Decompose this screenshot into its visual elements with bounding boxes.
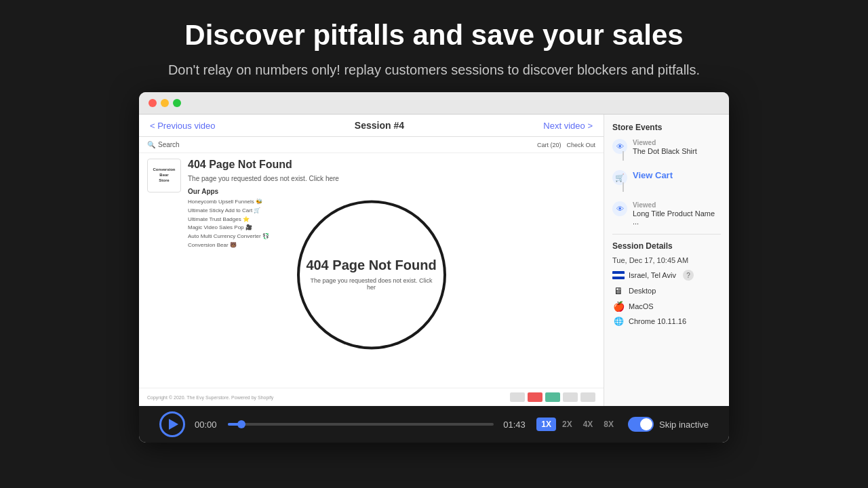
event-viewed-shirt: 👁 Viewed The Dot Black Shirt (612, 139, 721, 162)
browser-main: < Previous video Session #4 Next video >… (139, 115, 729, 406)
event-cart-info: View Cart (633, 170, 673, 180)
cart-link[interactable]: Cart (20) (537, 142, 561, 148)
store-404-text: The page you requested does not exist. C… (188, 175, 595, 182)
pay-icon-pp (563, 392, 578, 402)
dot-red (149, 99, 157, 107)
speed-2x[interactable]: 2X (557, 418, 577, 431)
speed-8x[interactable]: 8X (599, 418, 618, 431)
session-details-title: Session Details (612, 241, 721, 251)
os-text: MacOS (629, 302, 654, 310)
page-title: Discover pitfalls and save your sales (168, 19, 700, 52)
flag-icon (612, 271, 625, 279)
store-cart-links: Cart (20) Check Out (537, 142, 595, 148)
desktop-icon: 🖥 (612, 285, 625, 296)
viewed-value-2: Long Title Product Name ... (633, 209, 721, 226)
chrome-icon: 🌐 (612, 317, 625, 326)
event-viewed-product: 👁 Viewed Long Title Product Name ... (612, 201, 721, 226)
session-title: Session #4 (355, 120, 404, 131)
apple-icon: 🍎 (612, 301, 625, 312)
search-text: Search (158, 141, 180, 148)
pay-icon-apple (580, 392, 595, 402)
divider (612, 234, 721, 235)
view-icon: 👁 (612, 139, 627, 154)
store-logo-text: ConversionBearStore (153, 167, 175, 183)
store-events-title: Store Events (612, 123, 721, 132)
event-viewed-product-info: Viewed Long Title Product Name ... (633, 201, 721, 226)
browser-row: 🌐 Chrome 10.11.16 (612, 317, 721, 326)
store-logo: ConversionBearStore (147, 159, 181, 192)
event-view-cart: 🛒 View Cart (612, 170, 721, 193)
page-subtitle: Don't relay on numbers only! replay cust… (168, 60, 700, 80)
viewed-label-2: Viewed (633, 201, 721, 209)
location-row: Israel, Tel Aviv ? (612, 270, 721, 281)
device-text: Desktop (629, 287, 656, 295)
speed-controls: 1X 2X 4X 8X (536, 418, 618, 431)
speed-4x[interactable]: 4X (578, 418, 598, 431)
dot-green (173, 99, 181, 107)
checkout-link[interactable]: Check Out (566, 142, 595, 148)
store-topbar: 🔍 Search Cart (20) Check Out (139, 137, 604, 153)
view-icon-2: 👁 (612, 201, 627, 216)
payment-icons (510, 392, 595, 402)
help-icon[interactable]: ? (683, 270, 694, 281)
device-row: 🖥 Desktop (612, 285, 721, 296)
side-panel: Store Events 👁 Viewed The Dot Black Shir… (604, 115, 729, 406)
skip-label: Skip inactive (659, 420, 709, 430)
footer-text: Copyright © 2020. The Evy Superstore. Po… (147, 395, 273, 400)
dot-yellow (161, 99, 169, 107)
os-row: 🍎 MacOS (612, 301, 721, 312)
store-404-title: 404 Page Not Found (188, 159, 595, 171)
next-video-button[interactable]: Next video > (543, 121, 593, 131)
time-current: 00:00 (195, 420, 218, 430)
browser-text: Chrome 10.11.16 (629, 317, 686, 325)
magnifier-text: The page you requested does not exist. C… (300, 277, 443, 291)
time-total: 01:43 (503, 420, 527, 430)
play-icon (169, 419, 178, 430)
pay-icon-visa (510, 392, 525, 402)
video-area: < Previous video Session #4 Next video >… (139, 115, 604, 406)
pay-icon-amex (545, 392, 560, 402)
store-footer: Copyright © 2020. The Evy Superstore. Po… (139, 388, 604, 406)
video-nav: < Previous video Session #4 Next video > (139, 115, 604, 137)
speed-1x[interactable]: 1X (536, 418, 556, 431)
search-icon: 🔍 (147, 141, 155, 148)
session-date: Tue, Dec 17, 10:45 AM (612, 256, 721, 264)
store-preview: 🔍 Search Cart (20) Check Out ConversionB… (139, 137, 604, 406)
magnifier-title: 404 Page Not Found (306, 258, 436, 273)
viewed-value: The Dot Black Shirt (633, 147, 697, 155)
browser-window: < Previous video Session #4 Next video >… (139, 92, 729, 443)
cart-icon: 🛒 (612, 170, 627, 185)
location-text: Israel, Tel Aviv (629, 271, 676, 279)
browser-chrome (139, 92, 729, 115)
progress-dot (237, 420, 245, 428)
toggle-knob (640, 418, 652, 430)
viewed-label: Viewed (633, 139, 697, 146)
progress-bar[interactable] (228, 423, 494, 426)
view-cart-link[interactable]: View Cart (633, 170, 673, 180)
skip-inactive-toggle[interactable] (628, 417, 654, 432)
pay-icon-mc (528, 392, 542, 402)
prev-video-button[interactable]: < Previous video (150, 121, 215, 131)
magnifier-circle: 404 Page Not Found The page you requeste… (297, 200, 446, 349)
store-apps-title: Our Apps (188, 188, 595, 195)
player-bar: 00:00 01:43 1X 2X 4X 8X Skip inactive (139, 406, 729, 443)
event-viewed-shirt-info: Viewed The Dot Black Shirt (633, 139, 697, 155)
play-button[interactable] (159, 411, 185, 437)
store-search: 🔍 Search (147, 141, 180, 148)
skip-toggle-wrap: Skip inactive (628, 417, 709, 432)
